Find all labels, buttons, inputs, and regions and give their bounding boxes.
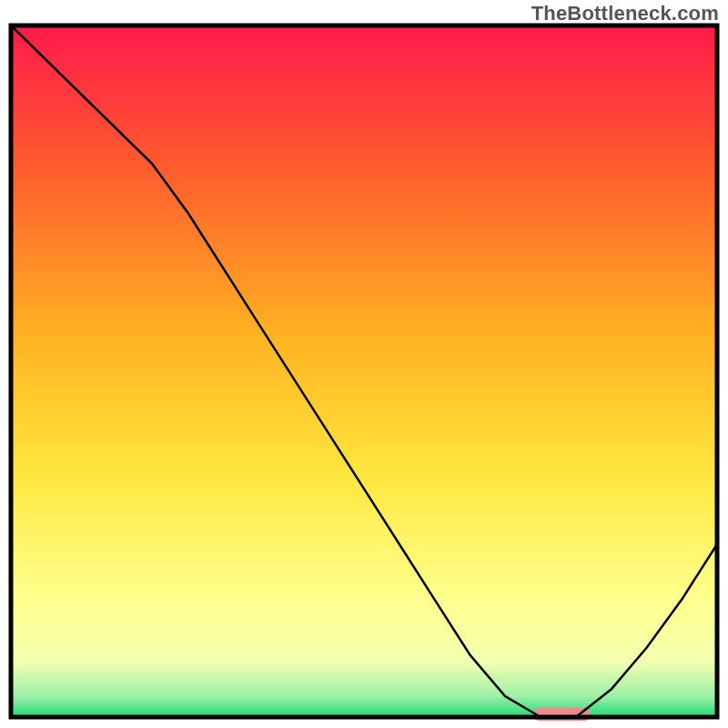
bottleneck-chart bbox=[0, 0, 728, 728]
watermark-text: TheBottleneck.com bbox=[531, 2, 719, 25]
chart-container: TheBottleneck.com bbox=[0, 0, 728, 728]
